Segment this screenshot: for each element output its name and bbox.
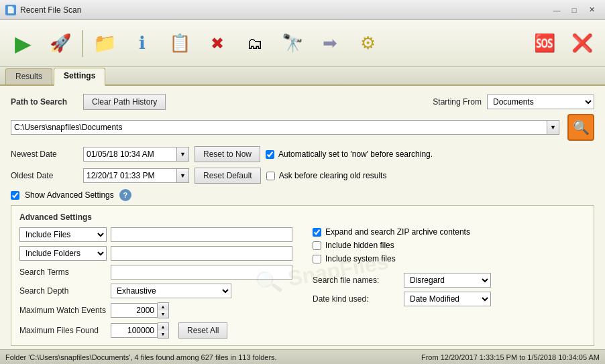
search-file-names-label: Search file names: [313, 276, 400, 285]
tab-settings[interactable]: Settings [54, 68, 105, 86]
search-file-names-select[interactable]: Disregard Contains Starts with Ends with [404, 273, 491, 288]
max-watch-input[interactable] [111, 303, 158, 318]
show-advanced-row: Show Advanced Settings ? [11, 189, 594, 201]
toolbar: ▶ 🚀 📁 ℹ 📋 ✖ 🗂 🔭 ➡ ⚙ 🆘 ❌ [0, 20, 605, 67]
max-files-spinners: ▲ ▼ [158, 322, 169, 339]
include-folders-input[interactable] [111, 246, 292, 261]
auto-set-checkbox[interactable] [266, 150, 274, 159]
search-terms-input[interactable] [111, 265, 292, 280]
rocket-button[interactable]: 🚀 [43, 26, 78, 61]
path-label: Path to Search [11, 97, 78, 107]
ask-clear-label: Ask before clearing old results [279, 171, 387, 180]
toolbar-separator-1 [82, 30, 83, 57]
include-system-label: Include system files [325, 254, 396, 263]
newest-date-row: Newest Date ▼ Reset to Now Automatically… [11, 146, 594, 162]
show-advanced-checkbox[interactable] [11, 191, 19, 200]
newest-date-input[interactable] [83, 147, 177, 162]
app-icon: 📄 [5, 5, 16, 15]
newest-date-wrapper: ▼ [83, 147, 189, 162]
reset-to-now-button[interactable]: Reset to Now [195, 146, 260, 162]
max-files-down[interactable]: ▼ [158, 330, 168, 338]
date-kind-select[interactable]: Date Modified Date Created Date Accessed [404, 292, 491, 306]
max-watch-down[interactable]: ▼ [158, 310, 168, 318]
auto-set-row: Automatically set to 'now' before search… [266, 149, 433, 159]
oldest-date-row: Oldest Date ▼ Reset Default Ask before c… [11, 168, 594, 184]
include-system-checkbox[interactable] [313, 255, 321, 263]
close-button[interactable]: ✕ [584, 3, 600, 17]
path-row: Path to Search Clear Path History Starti… [11, 94, 594, 110]
search-depth-select[interactable]: Exhaustive Shallow Medium [111, 284, 231, 298]
path-controls: Clear Path History [83, 94, 427, 110]
info-button[interactable]: ℹ [125, 26, 160, 61]
include-files-row: Include Files Exclude Files [19, 227, 292, 242]
oldest-date-input[interactable] [83, 168, 177, 183]
status-right: From 12/20/2017 1:33:15 PM to 1/5/2018 1… [421, 353, 600, 361]
include-files-select[interactable]: Include Files Exclude Files [19, 227, 107, 242]
expand-zip-row: Expand and search ZIP archive contents [313, 227, 586, 237]
search-terms-row: Search Terms [19, 265, 292, 280]
advanced-left: Include Files Exclude Files Include Fold… [19, 227, 292, 339]
starting-from-label: Starting From [433, 97, 482, 107]
path-input-wrapper: ▼ [11, 120, 559, 135]
advanced-title: Advanced Settings [19, 213, 586, 222]
binoculars-button[interactable]: 🔭 [275, 26, 310, 61]
oldest-date-button[interactable]: ▼ [177, 168, 189, 183]
show-advanced-label: Show Advanced Settings [25, 190, 114, 200]
date-kind-row: Date kind used: Date Modified Date Creat… [313, 292, 586, 306]
include-hidden-label: Include hidden files [325, 241, 394, 250]
stamp-button[interactable]: 🗂 [237, 26, 272, 61]
app-title: Recent File Scan [20, 5, 81, 15]
oldest-date-wrapper: ▼ [83, 168, 189, 183]
minimize-button[interactable]: — [549, 3, 565, 17]
expand-zip-checkbox[interactable] [313, 228, 321, 237]
max-watch-wrapper: ▲ ▼ [111, 302, 169, 318]
max-watch-row: Maximum Watch Events ▲ ▼ [19, 302, 292, 318]
include-system-row: Include system files [313, 254, 586, 263]
max-files-wrapper: ▲ ▼ [111, 322, 169, 339]
title-bar: 📄 Recent File Scan — □ ✕ [0, 0, 605, 20]
toolbar-right: 🆘 ❌ [527, 26, 600, 61]
close-app-button[interactable]: ❌ [565, 26, 600, 61]
search-depth-row: Search Depth Exhaustive Shallow Medium [19, 284, 292, 298]
reset-all-button[interactable]: Reset All [178, 322, 227, 339]
search-depth-label: Search Depth [19, 286, 107, 296]
search-icon-button[interactable]: 🔍 [567, 114, 594, 141]
folder-button[interactable]: 📁 [87, 26, 122, 61]
max-files-input[interactable] [111, 323, 158, 338]
status-left: Folder 'C:\Users\snapfiles\Documents', 4… [5, 353, 277, 361]
auto-set-label: Automatically set to 'now' before search… [278, 149, 433, 159]
advanced-right: Expand and search ZIP archive contents I… [313, 227, 586, 339]
advanced-grid: Include Files Exclude Files Include Fold… [19, 227, 586, 339]
clipboard-button[interactable]: 📋 [162, 26, 197, 61]
date-kind-label: Date kind used: [313, 294, 400, 304]
delete-button[interactable]: ✖ [200, 26, 235, 61]
clear-history-button[interactable]: Clear Path History [83, 94, 166, 110]
include-folders-row: Include Folders Exclude Folders [19, 246, 292, 261]
include-files-input[interactable] [111, 227, 292, 242]
max-files-row: Maximum Files Found ▲ ▼ Reset All [19, 322, 292, 339]
ask-clear-row: Ask before clearing old results [266, 171, 387, 180]
settings-panel: 🔍 SnapFiles Path to Search Clear Path Hi… [0, 86, 605, 349]
gear-button[interactable]: ⚙ [350, 26, 385, 61]
help-button[interactable]: 🆘 [527, 26, 562, 61]
starting-from-select[interactable]: Documents Desktop Downloads Computer [487, 95, 594, 109]
max-watch-up[interactable]: ▲ [158, 303, 168, 310]
max-files-up[interactable]: ▲ [158, 323, 168, 330]
max-watch-label: Maximum Watch Events [19, 306, 107, 315]
arrow-button[interactable]: ➡ [313, 26, 347, 61]
newest-date-button[interactable]: ▼ [177, 147, 189, 162]
path-input-row: ▼ 🔍 [11, 114, 594, 141]
status-bar: Folder 'C:\Users\snapfiles\Documents', 4… [0, 349, 605, 364]
help-circle-button[interactable]: ? [119, 189, 131, 201]
include-hidden-checkbox[interactable] [313, 241, 321, 250]
maximize-button[interactable]: □ [566, 3, 582, 17]
search-file-names-row: Search file names: Disregard Contains St… [313, 273, 586, 288]
reset-default-button[interactable]: Reset Default [195, 168, 261, 184]
ask-clear-checkbox[interactable] [266, 172, 275, 180]
path-input[interactable] [11, 120, 547, 135]
play-button[interactable]: ▶ [5, 26, 40, 61]
tab-results[interactable]: Results [5, 68, 52, 84]
search-terms-label: Search Terms [19, 267, 107, 277]
path-dropdown-button[interactable]: ▼ [547, 120, 559, 135]
include-folders-select[interactable]: Include Folders Exclude Folders [19, 246, 107, 261]
